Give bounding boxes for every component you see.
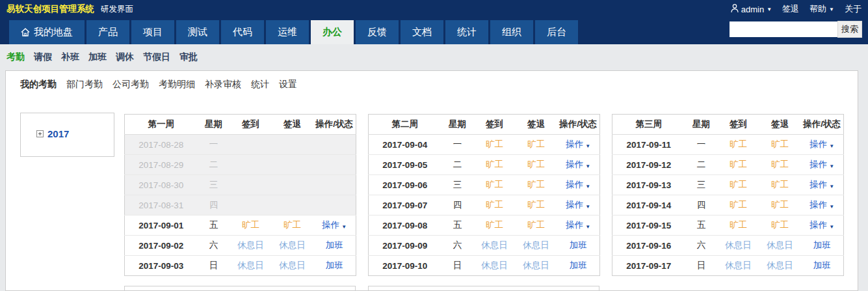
weekday-cell: 一	[441, 135, 474, 155]
nav-tab-label: 文档	[412, 26, 432, 38]
tree-expand-icon[interactable]	[36, 130, 44, 137]
overtime-link[interactable]: 加班	[570, 260, 587, 270]
attendance-row: 2017-09-17日休息日休息日加班	[612, 256, 844, 276]
app-title[interactable]: 易软天创项目管理系统	[7, 3, 94, 15]
checkin-status	[230, 155, 272, 175]
nav-tab-org[interactable]: 组织	[490, 20, 533, 44]
nav-tab-test[interactable]: 测试	[176, 20, 219, 44]
date-cell: 2017-08-31	[125, 195, 198, 215]
action-dropdown[interactable]: 操作▼	[809, 180, 834, 189]
weekday-cell: 日	[441, 256, 474, 276]
nav-tab-ops[interactable]: 运维	[266, 20, 309, 44]
nav-tab-project[interactable]: 项目	[131, 20, 174, 44]
help-menu[interactable]: 帮助 ▼	[809, 3, 834, 15]
about-link[interactable]: 关于	[845, 3, 861, 15]
chevron-down-icon: ▼	[767, 7, 772, 12]
chevron-down-icon: ▼	[585, 184, 590, 189]
date-cell: 2017-08-29	[125, 155, 198, 175]
checkout-status: 旷工	[759, 155, 801, 175]
week-table-1: 第一周星期签到签退操作/状态2017-08-28一2017-08-29二2017…	[124, 114, 356, 276]
chevron-down-icon: ▼	[829, 7, 834, 12]
user-menu[interactable]: admin ▼	[731, 4, 772, 15]
checkin-status: 休息日	[718, 236, 759, 256]
nav-tab-label: 我的地盘	[34, 26, 73, 38]
weekday-cell: 四	[441, 195, 474, 215]
search-input[interactable]	[730, 21, 837, 37]
search-button[interactable]: 搜索	[837, 21, 862, 38]
checkin-status: 旷工	[718, 175, 759, 195]
nav-tab-doc[interactable]: 文档	[401, 20, 443, 44]
nav-tab-admin[interactable]: 后台	[535, 20, 578, 44]
nav-tab-code[interactable]: 代码	[221, 20, 264, 44]
action-dropdown[interactable]: 操作▼	[809, 220, 834, 230]
overtime-link[interactable]: 加班	[326, 260, 343, 270]
checkout-status: 旷工	[759, 195, 801, 215]
subnav-item-overtime[interactable]: 加班	[88, 51, 107, 63]
chevron-down-icon: ▼	[829, 184, 834, 189]
weekday-cell: 六	[441, 236, 474, 256]
checkin-status	[230, 135, 272, 155]
subnav-item-makeup[interactable]: 补班	[61, 51, 79, 63]
date-cell: 2017-09-08	[369, 215, 441, 236]
date-cell: 2017-09-01	[125, 215, 198, 236]
weekday-cell: 三	[198, 175, 230, 195]
weekday-cell: 六	[685, 236, 718, 256]
checkout-status: 休息日	[516, 256, 557, 276]
weekday-cell: 一	[685, 135, 718, 155]
action-dropdown[interactable]: 操作▼	[566, 200, 590, 210]
subnav-item-lieu[interactable]: 调休	[116, 51, 134, 63]
action-cell: 操作▼	[557, 155, 600, 175]
column-header: 操作/状态	[557, 115, 600, 135]
action-dropdown[interactable]: 操作▼	[322, 220, 347, 230]
nav-tab-label: 代码	[233, 26, 252, 38]
action-dropdown[interactable]: 操作▼	[566, 159, 590, 169]
action-cell: 操作▼	[557, 175, 600, 195]
action-dropdown[interactable]: 操作▼	[809, 159, 834, 169]
user-name: admin	[741, 5, 764, 14]
checkout-status: 休息日	[272, 236, 313, 256]
nav-tab-stats[interactable]: 统计	[445, 20, 488, 44]
attendance-row: 2017-08-29二	[125, 155, 356, 175]
weekday-cell: 日	[685, 256, 718, 276]
action-dropdown[interactable]: 操作▼	[809, 200, 834, 210]
action-dropdown[interactable]: 操作▼	[566, 139, 590, 149]
chevron-down-icon: ▼	[829, 143, 834, 149]
overtime-link[interactable]: 加班	[570, 240, 587, 250]
overtime-link[interactable]: 加班	[813, 240, 831, 250]
feature-menu-item-settings[interactable]: 设置	[279, 79, 297, 90]
feature-menu-item-my-attendance[interactable]: 我的考勤	[20, 79, 57, 90]
subnav-item-leave[interactable]: 请假	[34, 51, 52, 63]
checkin-status	[230, 175, 272, 195]
nav-tab-feedback[interactable]: 反馈	[356, 20, 399, 44]
action-dropdown[interactable]: 操作▼	[566, 220, 590, 230]
nav-tab-product[interactable]: 产品	[86, 20, 129, 44]
nav-tab-office[interactable]: 办公	[311, 20, 354, 44]
feature-menu-item-attendance-detail[interactable]: 考勤明细	[159, 79, 195, 90]
checkout-status: 休息日	[759, 256, 801, 276]
checkout-status: 旷工	[516, 175, 557, 195]
feature-menu-item-stats[interactable]: 统计	[251, 79, 269, 90]
action-cell: 加班	[557, 236, 600, 256]
checkin-status: 休息日	[474, 236, 516, 256]
attendance-row: 2017-08-28一	[125, 135, 356, 155]
overtime-link[interactable]: 加班	[813, 260, 831, 270]
nav-tab-label: 反馈	[367, 26, 387, 38]
nav-tab-my-space[interactable]: 我的地盘	[9, 20, 85, 44]
checkin-status: 旷工	[718, 215, 759, 236]
feature-menu-item-company-attendance[interactable]: 公司考勤	[112, 79, 149, 90]
action-cell: 加班	[313, 256, 356, 276]
feature-menu-item-supplement-review[interactable]: 补录审核	[205, 79, 241, 90]
action-dropdown[interactable]: 操作▼	[809, 139, 834, 149]
signout-link[interactable]: 签退	[782, 3, 799, 15]
subnav-item-attendance[interactable]: 考勤	[7, 51, 25, 63]
subnav-item-holiday[interactable]: 节假日	[143, 51, 170, 63]
column-header: 签退	[272, 115, 313, 135]
overtime-link[interactable]: 加班	[326, 240, 343, 250]
date-cell: 2017-09-14	[612, 195, 685, 215]
action-dropdown[interactable]: 操作▼	[566, 180, 590, 189]
date-cell: 2017-09-03	[125, 256, 198, 276]
feature-menu-item-dept-attendance[interactable]: 部门考勤	[66, 79, 103, 90]
year-link[interactable]: 2017	[47, 128, 69, 139]
subnav-item-review[interactable]: 审批	[179, 51, 198, 63]
action-cell: 操作▼	[801, 155, 844, 175]
